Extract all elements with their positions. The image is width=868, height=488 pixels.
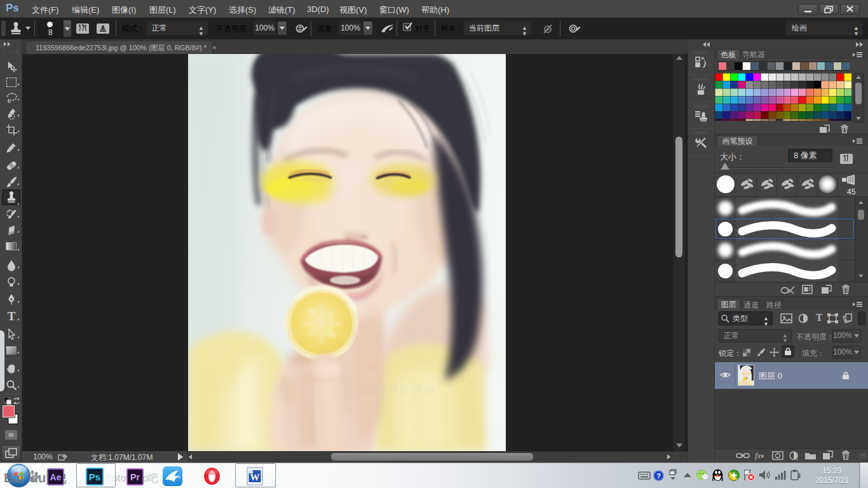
svg-text:una Alexiou: una Alexiou	[365, 381, 435, 396]
svg-text:?: ?	[656, 472, 661, 480]
